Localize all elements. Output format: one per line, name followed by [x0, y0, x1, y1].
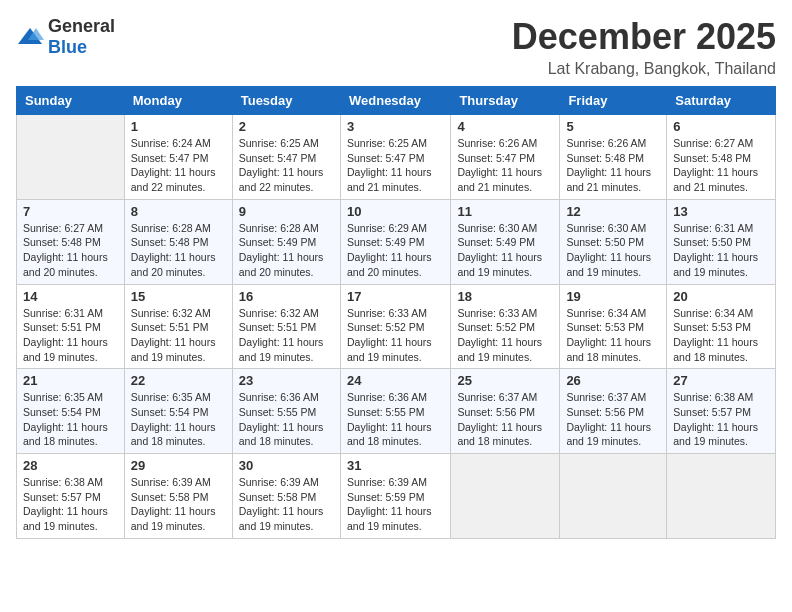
month-title: December 2025 — [512, 16, 776, 58]
cell-day-number: 12 — [566, 204, 660, 219]
cell-day-number: 26 — [566, 373, 660, 388]
cell-info: Sunrise: 6:36 AMSunset: 5:55 PMDaylight:… — [347, 390, 444, 449]
cell-info: Sunrise: 6:25 AMSunset: 5:47 PMDaylight:… — [347, 136, 444, 195]
cell-info: Sunrise: 6:32 AMSunset: 5:51 PMDaylight:… — [131, 306, 226, 365]
cell-day-number: 14 — [23, 289, 118, 304]
cell-day-number: 25 — [457, 373, 553, 388]
cell-info: Sunrise: 6:31 AMSunset: 5:50 PMDaylight:… — [673, 221, 769, 280]
header-cell-tuesday: Tuesday — [232, 87, 340, 115]
cell-info: Sunrise: 6:31 AMSunset: 5:51 PMDaylight:… — [23, 306, 118, 365]
header-cell-monday: Monday — [124, 87, 232, 115]
cell-day-number: 3 — [347, 119, 444, 134]
calendar-cell: 31Sunrise: 6:39 AMSunset: 5:59 PMDayligh… — [340, 454, 450, 539]
calendar-cell: 18Sunrise: 6:33 AMSunset: 5:52 PMDayligh… — [451, 284, 560, 369]
calendar-cell: 20Sunrise: 6:34 AMSunset: 5:53 PMDayligh… — [667, 284, 776, 369]
calendar-cell — [560, 454, 667, 539]
cell-info: Sunrise: 6:27 AMSunset: 5:48 PMDaylight:… — [23, 221, 118, 280]
calendar-cell: 4Sunrise: 6:26 AMSunset: 5:47 PMDaylight… — [451, 115, 560, 200]
calendar-cell: 12Sunrise: 6:30 AMSunset: 5:50 PMDayligh… — [560, 199, 667, 284]
cell-info: Sunrise: 6:30 AMSunset: 5:50 PMDaylight:… — [566, 221, 660, 280]
cell-info: Sunrise: 6:29 AMSunset: 5:49 PMDaylight:… — [347, 221, 444, 280]
header-cell-wednesday: Wednesday — [340, 87, 450, 115]
cell-info: Sunrise: 6:35 AMSunset: 5:54 PMDaylight:… — [131, 390, 226, 449]
cell-info: Sunrise: 6:27 AMSunset: 5:48 PMDaylight:… — [673, 136, 769, 195]
cell-day-number: 1 — [131, 119, 226, 134]
cell-day-number: 5 — [566, 119, 660, 134]
cell-day-number: 21 — [23, 373, 118, 388]
cell-info: Sunrise: 6:32 AMSunset: 5:51 PMDaylight:… — [239, 306, 334, 365]
cell-day-number: 22 — [131, 373, 226, 388]
cell-day-number: 15 — [131, 289, 226, 304]
cell-info: Sunrise: 6:39 AMSunset: 5:58 PMDaylight:… — [131, 475, 226, 534]
cell-day-number: 30 — [239, 458, 334, 473]
calendar-cell: 11Sunrise: 6:30 AMSunset: 5:49 PMDayligh… — [451, 199, 560, 284]
cell-info: Sunrise: 6:33 AMSunset: 5:52 PMDaylight:… — [347, 306, 444, 365]
header: General Blue December 2025 Lat Krabang, … — [16, 16, 776, 78]
header-cell-thursday: Thursday — [451, 87, 560, 115]
cell-info: Sunrise: 6:37 AMSunset: 5:56 PMDaylight:… — [566, 390, 660, 449]
cell-info: Sunrise: 6:34 AMSunset: 5:53 PMDaylight:… — [673, 306, 769, 365]
calendar-cell: 30Sunrise: 6:39 AMSunset: 5:58 PMDayligh… — [232, 454, 340, 539]
header-cell-saturday: Saturday — [667, 87, 776, 115]
cell-info: Sunrise: 6:38 AMSunset: 5:57 PMDaylight:… — [23, 475, 118, 534]
logo: General Blue — [16, 16, 115, 58]
calendar-cell — [451, 454, 560, 539]
cell-info: Sunrise: 6:25 AMSunset: 5:47 PMDaylight:… — [239, 136, 334, 195]
cell-day-number: 2 — [239, 119, 334, 134]
cell-day-number: 17 — [347, 289, 444, 304]
cell-day-number: 31 — [347, 458, 444, 473]
cell-info: Sunrise: 6:24 AMSunset: 5:47 PMDaylight:… — [131, 136, 226, 195]
cell-info: Sunrise: 6:33 AMSunset: 5:52 PMDaylight:… — [457, 306, 553, 365]
calendar-cell — [17, 115, 125, 200]
calendar-week-row: 1Sunrise: 6:24 AMSunset: 5:47 PMDaylight… — [17, 115, 776, 200]
calendar-cell: 22Sunrise: 6:35 AMSunset: 5:54 PMDayligh… — [124, 369, 232, 454]
calendar-cell: 3Sunrise: 6:25 AMSunset: 5:47 PMDaylight… — [340, 115, 450, 200]
calendar-cell: 16Sunrise: 6:32 AMSunset: 5:51 PMDayligh… — [232, 284, 340, 369]
cell-info: Sunrise: 6:34 AMSunset: 5:53 PMDaylight:… — [566, 306, 660, 365]
cell-day-number: 8 — [131, 204, 226, 219]
calendar-week-row: 7Sunrise: 6:27 AMSunset: 5:48 PMDaylight… — [17, 199, 776, 284]
calendar-cell: 27Sunrise: 6:38 AMSunset: 5:57 PMDayligh… — [667, 369, 776, 454]
calendar-cell: 9Sunrise: 6:28 AMSunset: 5:49 PMDaylight… — [232, 199, 340, 284]
cell-info: Sunrise: 6:39 AMSunset: 5:58 PMDaylight:… — [239, 475, 334, 534]
cell-info: Sunrise: 6:28 AMSunset: 5:48 PMDaylight:… — [131, 221, 226, 280]
calendar-cell: 28Sunrise: 6:38 AMSunset: 5:57 PMDayligh… — [17, 454, 125, 539]
cell-day-number: 19 — [566, 289, 660, 304]
cell-day-number: 11 — [457, 204, 553, 219]
cell-day-number: 7 — [23, 204, 118, 219]
cell-info: Sunrise: 6:39 AMSunset: 5:59 PMDaylight:… — [347, 475, 444, 534]
logo-general: General — [48, 16, 115, 36]
calendar-cell: 23Sunrise: 6:36 AMSunset: 5:55 PMDayligh… — [232, 369, 340, 454]
calendar-cell: 13Sunrise: 6:31 AMSunset: 5:50 PMDayligh… — [667, 199, 776, 284]
logo-icon — [16, 26, 44, 48]
cell-day-number: 4 — [457, 119, 553, 134]
calendar-cell: 1Sunrise: 6:24 AMSunset: 5:47 PMDaylight… — [124, 115, 232, 200]
calendar-week-row: 21Sunrise: 6:35 AMSunset: 5:54 PMDayligh… — [17, 369, 776, 454]
cell-info: Sunrise: 6:28 AMSunset: 5:49 PMDaylight:… — [239, 221, 334, 280]
cell-day-number: 27 — [673, 373, 769, 388]
cell-info: Sunrise: 6:26 AMSunset: 5:48 PMDaylight:… — [566, 136, 660, 195]
location-subtitle: Lat Krabang, Bangkok, Thailand — [512, 60, 776, 78]
calendar-cell: 10Sunrise: 6:29 AMSunset: 5:49 PMDayligh… — [340, 199, 450, 284]
cell-day-number: 9 — [239, 204, 334, 219]
calendar-cell: 24Sunrise: 6:36 AMSunset: 5:55 PMDayligh… — [340, 369, 450, 454]
calendar-cell: 17Sunrise: 6:33 AMSunset: 5:52 PMDayligh… — [340, 284, 450, 369]
calendar-cell: 14Sunrise: 6:31 AMSunset: 5:51 PMDayligh… — [17, 284, 125, 369]
calendar-cell: 26Sunrise: 6:37 AMSunset: 5:56 PMDayligh… — [560, 369, 667, 454]
cell-info: Sunrise: 6:37 AMSunset: 5:56 PMDaylight:… — [457, 390, 553, 449]
cell-day-number: 23 — [239, 373, 334, 388]
cell-info: Sunrise: 6:38 AMSunset: 5:57 PMDaylight:… — [673, 390, 769, 449]
calendar-cell: 29Sunrise: 6:39 AMSunset: 5:58 PMDayligh… — [124, 454, 232, 539]
calendar-header-row: SundayMondayTuesdayWednesdayThursdayFrid… — [17, 87, 776, 115]
logo-text: General Blue — [48, 16, 115, 58]
cell-day-number: 28 — [23, 458, 118, 473]
cell-day-number: 24 — [347, 373, 444, 388]
cell-info: Sunrise: 6:35 AMSunset: 5:54 PMDaylight:… — [23, 390, 118, 449]
calendar-cell: 8Sunrise: 6:28 AMSunset: 5:48 PMDaylight… — [124, 199, 232, 284]
calendar-table: SundayMondayTuesdayWednesdayThursdayFrid… — [16, 86, 776, 539]
calendar-cell: 25Sunrise: 6:37 AMSunset: 5:56 PMDayligh… — [451, 369, 560, 454]
cell-day-number: 10 — [347, 204, 444, 219]
cell-info: Sunrise: 6:30 AMSunset: 5:49 PMDaylight:… — [457, 221, 553, 280]
calendar-week-row: 14Sunrise: 6:31 AMSunset: 5:51 PMDayligh… — [17, 284, 776, 369]
calendar-cell: 15Sunrise: 6:32 AMSunset: 5:51 PMDayligh… — [124, 284, 232, 369]
